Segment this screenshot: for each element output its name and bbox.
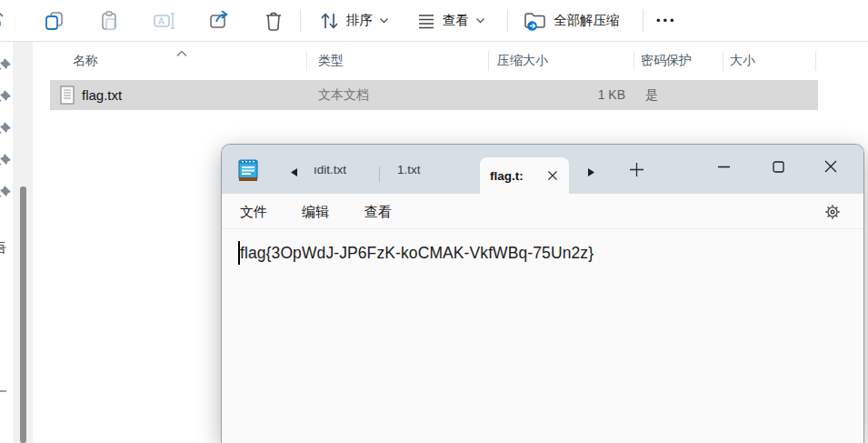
toolbar-separator	[507, 9, 508, 32]
file-type: 文本文档	[318, 80, 369, 110]
settings-button[interactable]	[824, 204, 841, 224]
file-row-flag-txt[interactable]: flag.txt 文本文档 1 KB 是	[50, 80, 818, 110]
extract-all-label: 全部解压缩	[554, 12, 620, 29]
file-name: flag.txt	[82, 80, 122, 110]
column-divider[interactable]	[815, 51, 816, 71]
file-password-protected: 是	[645, 80, 658, 110]
column-header-password[interactable]: 密码保护	[641, 44, 692, 77]
notepad-menubar: 文件 编辑 查看	[222, 194, 863, 229]
column-divider[interactable]	[723, 51, 723, 71]
sort-icon	[318, 11, 340, 31]
view-button[interactable]: 查看	[411, 0, 491, 41]
chevron-down-icon	[475, 17, 485, 24]
paste-icon	[98, 10, 120, 32]
toolbar-separator	[643, 9, 644, 32]
tab-close-button[interactable]	[547, 170, 558, 181]
explorer-toolbar: A 排序 查看	[0, 0, 868, 42]
notepad-app-icon	[238, 158, 258, 186]
sort-ascending-icon	[175, 45, 188, 61]
nav-item-fragment	[0, 390, 6, 392]
share-button[interactable]	[203, 0, 237, 41]
text-file-icon	[60, 86, 75, 108]
view-list-icon	[416, 12, 436, 30]
close-icon	[547, 170, 558, 181]
pin-icon	[0, 121, 12, 136]
sort-label: 排序	[346, 12, 373, 29]
minimize-icon	[718, 161, 730, 173]
maximize-button[interactable]	[758, 145, 798, 188]
menu-view[interactable]: 查看	[361, 194, 395, 229]
flag-text: flag{3OpWdJ-JP6FzK-koCMAK-VkfWBq-75Un2z}	[240, 244, 594, 263]
column-divider[interactable]	[634, 51, 634, 71]
column-header-name[interactable]: 名称	[73, 44, 98, 77]
chevron-down-icon	[379, 17, 389, 24]
copy-button[interactable]	[38, 0, 71, 41]
trash-icon	[263, 9, 284, 33]
delete-button[interactable]	[257, 0, 290, 41]
view-label: 查看	[443, 12, 469, 29]
triangle-right-icon	[586, 167, 596, 177]
cut-icon[interactable]	[0, 4, 15, 35]
pin-icon	[0, 57, 12, 72]
copy-icon	[44, 10, 65, 32]
tab-previous[interactable]: ıdit.txt	[314, 145, 346, 194]
minimize-button[interactable]	[703, 145, 743, 188]
extract-all-button[interactable]: 全部解压缩	[518, 0, 625, 41]
paste-button[interactable]	[93, 0, 125, 41]
new-tab-button[interactable]	[629, 162, 644, 181]
triangle-left-icon	[289, 167, 299, 177]
column-header-size[interactable]: 大小	[730, 44, 755, 77]
close-window-button[interactable]	[811, 145, 851, 188]
column-divider[interactable]	[306, 51, 307, 71]
extract-folder-icon	[524, 10, 547, 32]
column-divider[interactable]	[488, 51, 489, 71]
column-header-compressed-size[interactable]: 压缩大小	[497, 44, 548, 77]
menu-file[interactable]: 文件	[236, 194, 271, 229]
active-tab-label: flag.t:	[490, 169, 524, 183]
file-compressed-size: 1 KB	[497, 80, 625, 110]
toolbar-separator	[300, 9, 301, 32]
svg-text:A: A	[158, 16, 165, 26]
rename-icon: A	[153, 10, 176, 32]
gear-icon	[824, 204, 841, 220]
more-options-icon: •••	[656, 14, 677, 27]
column-header-type[interactable]: 类型	[318, 44, 344, 77]
sort-button[interactable]: 排序	[313, 0, 394, 41]
notepad-window: ıdit.txt 1.txt flag.t:	[221, 144, 864, 443]
pin-icon	[0, 153, 12, 167]
more-options-button[interactable]: •••	[651, 0, 683, 41]
plus-icon	[629, 162, 644, 177]
menu-edit[interactable]: 编辑	[298, 194, 333, 229]
nav-scrollbar-thumb[interactable]	[20, 186, 26, 443]
rename-button[interactable]: A	[147, 0, 182, 41]
tab-scroll-left-button[interactable]	[289, 165, 299, 181]
notepad-text-area[interactable]: flag{3OpWdJ-JP6FzK-koCMAK-VkfWBq-75Un2z}	[222, 230, 863, 443]
tab-1-txt[interactable]: 1.txt	[397, 145, 421, 194]
share-icon	[208, 9, 232, 33]
tab-flag-txt-active[interactable]: flag.t:	[480, 157, 569, 194]
tab-divider	[379, 166, 380, 182]
maximize-icon	[773, 161, 784, 173]
notepad-titlebar[interactable]: ıdit.txt 1.txt flag.t:	[222, 145, 863, 194]
pin-icon	[0, 185, 12, 199]
pin-icon	[0, 89, 12, 104]
tab-scroll-right-button[interactable]	[586, 165, 596, 181]
nav-item-clipped-label: 吾	[0, 240, 6, 257]
close-icon	[824, 160, 837, 173]
